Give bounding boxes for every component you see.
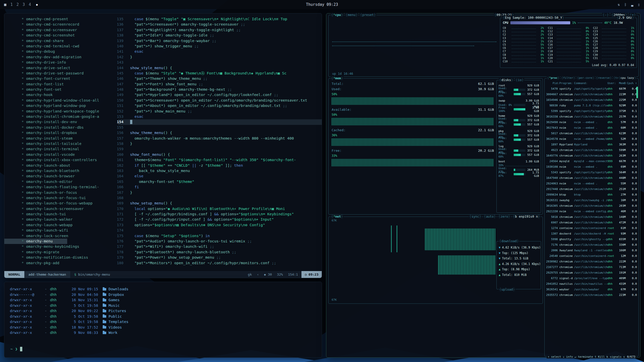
- permissions: drwxr-xr-x: [10, 303, 42, 309]
- process-row[interactable]: 4923chromium/usr/lib/chromium/chromdhh59…: [545, 147, 638, 153]
- process-row[interactable]: 1930108nvimnvim --embed .dhh69M0.0: [545, 164, 638, 170]
- process-row[interactable]: 3016305chromium/usr/lib/chromium/chromdh…: [545, 203, 638, 209]
- process-row[interactable]: 3024578nvimnvim --embed /home/dhh/dhh52M…: [545, 136, 638, 142]
- process-row[interactable]: 1897HyprlandHyprlanddhh363M0.0: [545, 142, 638, 147]
- interval-decrease-button[interactable]: -: [602, 13, 610, 17]
- net-interface-selector[interactable]: b enp191s0 n: [512, 215, 541, 218]
- direction-arrow-icon: ▼: [499, 256, 500, 261]
- process-row[interactable]: 2941052nautilus/usr/bin/nautilus --gapdh…: [545, 281, 638, 287]
- process-row[interactable]: 5470spotify/opt/spotify/spotify --dhh607…: [545, 86, 638, 92]
- menu-tab[interactable]: menu: [345, 13, 358, 17]
- workspace-button[interactable]: 1: [10, 2, 13, 7]
- tray-icon[interactable]: ⇅: [618, 3, 620, 7]
- process-row[interactable]: 5018chromium/usr/lib/chromium/chromdhh14…: [545, 214, 638, 220]
- terminal-window[interactable]: drwxr-xr-x - dhh 20 Nov 09:15 Downloads …: [4, 282, 322, 358]
- code-text: [123, 195, 130, 201]
- process-row[interactable]: 1654946chromium/usr/lib/chromium/chromdh…: [545, 97, 638, 103]
- process-row[interactable]: 5343spotify/opt/spotify/spotifydhh564M0.…: [545, 170, 638, 175]
- disks-tab[interactable]: disks: [499, 78, 514, 82]
- disk-entry: boot1.99 GiB IO% Used: 13%264 MiB Free: …: [498, 159, 539, 176]
- tray-icon[interactable]: ▃: [631, 3, 633, 7]
- code-text: theme=$(menu "Font" "$(omarchy-font-list…: [123, 157, 296, 163]
- process-row[interactable]: 24564mysqldmysqld --max-connection999667…: [545, 159, 638, 164]
- app-launcher-icon[interactable]: ▦: [4, 2, 6, 7]
- tray-icon[interactable]: ᛒ: [624, 3, 627, 7]
- sort-column[interactable]: Cpu% ↑: [626, 81, 637, 86]
- shell-file-icon: $: [74, 273, 76, 276]
- process-row[interactable]: 5017chromium/usr/lib/chromium/chromdhh62…: [545, 131, 638, 136]
- code-text: if [[ "$theme" == "CNCLD" || -z "$theme"…: [123, 163, 243, 168]
- io-tab[interactable]: io: [515, 78, 524, 82]
- net-stat-line: ▲Top: (8.98 Mbps): [499, 267, 539, 272]
- disk-used-bar: [514, 89, 525, 91]
- line-number: 175: [4, 233, 123, 239]
- process-row[interactable]: 2930982chromium/usr/lib/chromium/chromdh…: [545, 259, 638, 264]
- filter-tab[interactable]: filter: [561, 76, 576, 80]
- process-row[interactable]: 3004667chromium/usr/lib/chromium/chromdh…: [545, 92, 638, 97]
- workspace-switcher: 1234: [10, 2, 31, 7]
- process-row[interactable]: 3027643nvimnvim --embed .dhh60M0.0: [545, 125, 638, 131]
- process-row[interactable]: 7176chromium/usr/lib/chromium/chromdhh33…: [545, 242, 638, 248]
- process-row[interactable]: 98930rubypuma 7.1.0 (tcp://localdhh929M0…: [545, 103, 638, 108]
- process-row[interactable]: 1649776chromium/usr/lib/chromium/chromdh…: [545, 153, 638, 159]
- process-row[interactable]: 1274containe/usr/bin/containerdroot61M0.…: [545, 225, 638, 231]
- process-row[interactable]: 5998ghostty/usr/bin/ghostty --gtk-dhh655…: [545, 237, 638, 242]
- process-row[interactable]: 2917448chromium/usr/lib/chromium/chromdh…: [545, 186, 638, 192]
- workspace-button[interactable]: 2: [16, 2, 19, 7]
- process-row[interactable]: 2999634btopbtopdhh27M0.0: [545, 192, 638, 198]
- code-line: 159: [4, 146, 322, 152]
- workspace-button[interactable]: 4: [29, 2, 31, 7]
- shell-prompt[interactable]: ~ ❯: [10, 347, 22, 351]
- code-line: 175 case $(menu "Setup" "$options") in: [4, 233, 322, 239]
- line-number: 170: [4, 206, 123, 212]
- ls-row: drwxr-xr-x - dhh 5 Oct 19:58 Templates: [10, 319, 318, 325]
- line-number: 141: [4, 49, 123, 54]
- modified-date: 5 Oct 19:58: [65, 314, 103, 319]
- cpu-model: Eng Sample: 100-000001243-50_Y: [502, 16, 565, 20]
- process-row[interactable]: 6907chromium/usr/lib/chromium/chromdhh47…: [545, 220, 638, 225]
- net-auto-tab[interactable]: auto: [483, 215, 496, 218]
- process-table-header: Pid:Program:Command:User:MemBCpu% ↑: [545, 81, 638, 86]
- code-line: 172 [ -f ~/.config/hypr/input.conf ] && …: [4, 217, 322, 222]
- line-number: 149: [4, 92, 123, 98]
- disk-used-bar: [514, 149, 525, 152]
- upload-title: upload: [499, 288, 515, 291]
- code-line: 152 "pat">*) show_main_menu ;;: [4, 109, 322, 114]
- process-row[interactable]: 2167277chromium/usr/lib/chromium/chromdh…: [545, 264, 638, 270]
- net-sync-tab[interactable]: sync: [469, 215, 482, 218]
- process-row[interactable]: 3026531swaybg/usr/bin/swaybg -i /homdhh1…: [545, 198, 638, 203]
- disk-free-bar: [514, 123, 525, 126]
- tray-icon[interactable]: ▯: [638, 3, 640, 7]
- process-row[interactable]: 2935572chromium/usr/lib/chromium/chromdh…: [545, 292, 638, 298]
- per-core-tab[interactable]: per-core: [576, 76, 595, 80]
- permissions: drwxr-xr-x: [10, 319, 42, 325]
- net-zero-tab[interactable]: zero: [498, 215, 511, 218]
- process-row[interactable]: 3016338chromium/usr/lib/chromium/chromdh…: [545, 114, 638, 120]
- preset-tab[interactable]: preset: [360, 13, 376, 17]
- code-text: }: [123, 190, 132, 195]
- process-keybind-footer[interactable]: ↑ select ↓ info ↵ terminate t Kill k sig…: [547, 355, 626, 358]
- process-row[interactable]: 2921330nvimnvim --embed config.jsodhh46M…: [545, 209, 638, 214]
- reverse-tab[interactable]: reverse: [596, 76, 612, 80]
- code-editor[interactable]: 135 case $(menu "Toggle" "▣ Screensaver\…: [4, 16, 322, 266]
- process-row[interactable]: 3026541waybar/usr/bin/waybardhh67M0.0: [545, 287, 638, 292]
- workspace-button[interactable]: 3: [23, 2, 25, 7]
- memory-stat: Used:30.9 GiB: [332, 86, 494, 92]
- process-row[interactable]: 2006XwaylandXwayland :1 -rootless -dhh16…: [545, 248, 638, 253]
- system-tray: ⇅ᛒ▃▯: [618, 3, 640, 7]
- process-scrollbar[interactable]: [636, 87, 638, 98]
- process-row[interactable]: 2929755chromium/usr/lib/chromium/chromdh…: [545, 270, 638, 276]
- process-row[interactable]: 6772signal-d/proc/self/exe --type=rdhh40…: [545, 276, 638, 281]
- process-row[interactable]: 5399spotify/opt/spotify/spotify --dhh375…: [545, 108, 638, 114]
- sort-selector[interactable]: cpu lazy: [618, 76, 636, 80]
- process-row[interactable]: 1647940chromium/usr/lib/chromium/chromdh…: [545, 175, 638, 181]
- process-row[interactable]: 24540containe/usr/bin/containerd-shiroot…: [545, 253, 638, 259]
- process-row[interactable]: 2924063nvimnvim --embed .dhh55M0.0: [545, 181, 638, 186]
- code-text: "pat">*Theme*) show_theme_menu ;;: [123, 76, 208, 81]
- process-row[interactable]: 1307dockerd/usr/bin/dockerd -H fd:root93…: [545, 231, 638, 237]
- line-number: 164: [4, 174, 123, 179]
- process-row[interactable]: 3029490nvimnvim --embed .dhh57M0.0: [545, 120, 638, 125]
- clock: Thursday 09:23: [306, 2, 338, 7]
- net-stats-box: download ▼4.62 KiB/s (36.9 Kbps)▼Top: (1…: [496, 241, 541, 289]
- line-number: 161: [4, 157, 123, 163]
